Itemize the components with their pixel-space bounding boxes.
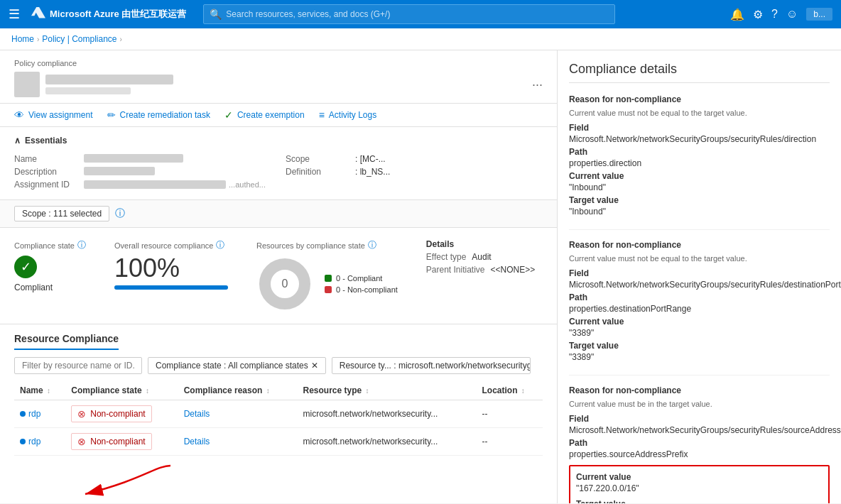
page-name-bar — [45, 75, 173, 84]
section1-current-label: Current value — [569, 171, 830, 181]
overall-resource-compliance-block: Overall resource compliance ⓘ 100% — [114, 239, 228, 290]
hamburger-menu[interactable]: ☰ — [9, 6, 20, 22]
state-info-icon[interactable]: ⓘ — [77, 239, 86, 251]
sort-type-icon: ↕ — [366, 387, 369, 395]
donut-chart: 0 — [256, 256, 313, 312]
view-assignment-button[interactable]: 👁 View assignment — [14, 109, 93, 121]
compliance-state-filter[interactable]: Compliance state : All compliance states… — [148, 357, 326, 374]
section3-field-label: Field — [569, 414, 830, 424]
resources-info-icon[interactable]: ⓘ — [368, 239, 376, 251]
scope-info-icon[interactable]: ⓘ — [115, 207, 125, 220]
section3-field-value: Microsoft.Network/networkSecurityGroups/… — [569, 425, 830, 435]
compliance-state-label: Compliance state ⓘ — [14, 239, 86, 251]
scope-section: Scope : 111 selected ⓘ — [0, 200, 557, 228]
overall-bar-track — [114, 285, 228, 290]
row2-compliance-state: ⊗ Non-compliant — [65, 428, 178, 456]
row2-details-link[interactable]: Details — [184, 437, 210, 447]
section3-path-label: Path — [569, 438, 830, 448]
user-pill[interactable]: b... — [806, 8, 832, 21]
compliance-state-filter-label: Compliance state : All compliance states — [156, 361, 308, 371]
col-location[interactable]: Location ↕ — [477, 381, 543, 400]
details-title: Details — [426, 239, 535, 249]
activity-logs-button[interactable]: ≡ Activity Logs — [319, 109, 377, 121]
col-compliance-reason[interactable]: Compliance reason ↕ — [178, 381, 298, 400]
section1-path-label: Path — [569, 147, 830, 157]
essentials-right: Scope : [MC-... Definition : lb_NS... — [286, 153, 543, 191]
row2-name-link[interactable]: rdp — [20, 437, 60, 447]
notifications-icon[interactable]: 🔔 — [730, 8, 744, 21]
col-compliance-state[interactable]: Compliance state ↕ — [65, 381, 178, 400]
essentials-chevron: ∧ — [14, 136, 21, 146]
resource-compliance-title: Resource Compliance — [14, 333, 119, 350]
create-exemption-label: Create exemption — [237, 110, 305, 120]
table-row: rdp ⊗ Non-compliant Details micr — [14, 428, 543, 456]
col-resource-type[interactable]: Resource type ↕ — [297, 381, 476, 400]
right-panel: Compliance details Reason for non-compli… — [557, 50, 841, 503]
effect-type-row: Effect type Audit — [426, 252, 535, 262]
essentials-grid: Name Description Assignment ID ...authed… — [14, 153, 543, 191]
scope-badge[interactable]: Scope : 111 selected — [14, 206, 109, 221]
resource-compliance-section: Resource Compliance Compliance state : A… — [0, 324, 557, 503]
row2-status-badge: ⊗ Non-compliant — [71, 433, 151, 450]
section1-path-value: properties.direction — [569, 158, 830, 168]
section2-current-value: "3389" — [569, 328, 830, 338]
ess-definition-value: : lb_NS... — [355, 167, 390, 177]
details-block: Details Effect type Audit Parent Initiat… — [426, 239, 535, 275]
row2-status-icon: ⊗ — [77, 436, 86, 447]
row1-name-link[interactable]: rdp — [20, 409, 60, 419]
effect-type-label: Effect type — [426, 252, 466, 262]
section2-field-value: Microsoft.Network/networkSecurityGroups/… — [569, 280, 830, 290]
section3-path-value: properties.sourceAddressPrefix — [569, 449, 830, 459]
overall-label: Overall resource compliance ⓘ — [114, 239, 228, 251]
resource-filter-input[interactable] — [14, 357, 142, 374]
row1-location: -- — [477, 400, 543, 428]
row1-name-text: rdp — [28, 409, 40, 419]
panel-section-3: Reason for non-compliance Current value … — [569, 385, 830, 503]
essentials-header[interactable]: ∧ Essentials — [14, 136, 543, 146]
logs-icon: ≡ — [319, 109, 325, 121]
col-name[interactable]: Name ↕ — [14, 381, 65, 400]
create-exemption-button[interactable]: ✓ Create exemption — [224, 109, 305, 121]
compliance-state-filter-clear[interactable]: ✕ — [311, 361, 318, 371]
section2-fields: Field Microsoft.Network/networkSecurityG… — [569, 268, 830, 362]
row2-bullet — [20, 439, 26, 444]
feedback-icon[interactable]: ☺ — [786, 8, 798, 21]
sort-state-icon: ↕ — [146, 387, 149, 395]
row1-name: rdp — [14, 400, 65, 428]
section3-current-value: "167.220.0.0/16" — [576, 483, 823, 493]
ess-scope-value: : [MC-... — [355, 154, 386, 164]
section1-fields: Field Microsoft.Network/networkSecurityG… — [569, 123, 830, 217]
section3-target-block: Target value ["192.168.1.1"] — [576, 499, 823, 503]
breadcrumb: Home › Policy | Compliance › — [0, 28, 841, 50]
breadcrumb-home[interactable]: Home — [11, 34, 34, 44]
red-arrow-svg — [14, 459, 199, 501]
settings-icon[interactable]: ⚙ — [753, 8, 763, 21]
breadcrumb-policy[interactable]: Policy | Compliance — [42, 34, 116, 44]
more-options-icon[interactable]: ··· — [532, 77, 543, 92]
section1-reason-title: Reason for non-compliance — [569, 94, 830, 104]
section2-target-value: "3389" — [569, 352, 830, 362]
ess-scope-row: Scope : [MC-... — [286, 153, 543, 165]
ess-name-label: Name — [14, 154, 78, 164]
help-icon[interactable]: ? — [771, 8, 778, 21]
row2-reason: Details — [178, 428, 298, 456]
row1-details-link[interactable]: Details — [184, 409, 210, 419]
parent-initiative-row: Parent Initiative <<NONE>> — [426, 265, 535, 275]
resource-type-filter[interactable]: Resource ty... : microsoft.network/netwo… — [332, 357, 531, 374]
search-input[interactable] — [226, 9, 609, 19]
section2-reason-sub: Current value must not be equal to the t… — [569, 254, 830, 263]
overall-info-icon[interactable]: ⓘ — [216, 239, 224, 251]
svg-text:0: 0 — [282, 278, 288, 290]
search-bar[interactable]: 🔍 — [203, 4, 615, 24]
section1-target-label: Target value — [569, 195, 830, 205]
section1-current-value: "Inbound" — [569, 182, 830, 192]
breadcrumb-sep-1: › — [37, 35, 39, 43]
page-header: Policy compliance ··· — [0, 50, 557, 104]
parent-initiative-value: <<NONE>> — [491, 265, 536, 275]
legend-compliant-dot — [325, 275, 332, 282]
legend-compliant-text: 0 - Compliant — [336, 274, 382, 283]
search-icon: 🔍 — [210, 9, 222, 20]
legend-non-compliant-text: 0 - Non-compliant — [336, 285, 398, 294]
section1-reason-sub: Current value must not be equal to the t… — [569, 109, 830, 117]
create-remediation-button[interactable]: ✏ Create remediation task — [107, 109, 210, 121]
